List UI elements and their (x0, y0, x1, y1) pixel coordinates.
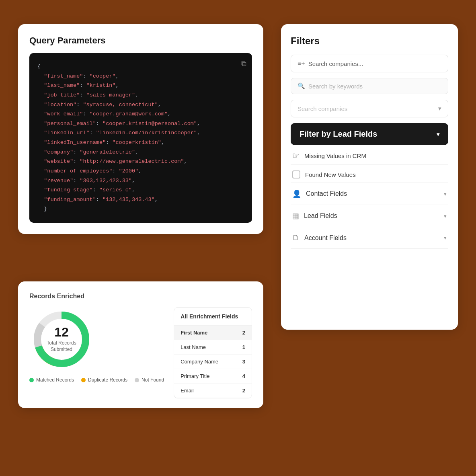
donut-chart: 12 Total RecordsSubmitted (29, 307, 94, 371)
field-label: Last Name (174, 340, 233, 355)
donut-number: 12 (47, 326, 76, 339)
field-label: First Name (174, 326, 233, 340)
contact-fields-left: 👤 Contact Fields (292, 189, 347, 198)
donut-sublabel: Total RecordsSubmitted (47, 340, 76, 353)
legend-dot-duplicate (81, 378, 86, 382)
enrichment-panel-title: All Enrichment Fields (174, 308, 252, 326)
filter-lead-fields-label: Filter by Lead Fields (300, 129, 377, 139)
table-row: Email 2 (174, 384, 252, 398)
search-companies-dropdown[interactable]: Search companies ▾ (291, 100, 448, 117)
records-enriched-card: Records Enriched 12 Total RecordsSubmitt… (18, 281, 263, 408)
legend-dot-matched (29, 378, 34, 382)
contact-fields-label: Contact Fields (306, 190, 347, 197)
found-new-values-checkbox[interactable] (292, 170, 300, 178)
copy-icon[interactable]: ⧉ (241, 58, 246, 71)
lead-fields-left: ▦ Lead Fields (292, 211, 337, 220)
missing-values-row[interactable]: ☞ Missing Values in CRM (291, 145, 448, 165)
filters-panel: Filters ≡+ Search companies... 🔍 Search … (281, 24, 458, 330)
legend-label-not-found: Not Found (142, 377, 164, 383)
field-count: 3 (233, 355, 252, 369)
lead-fields-label: Lead Fields (304, 212, 337, 220)
search-icon: 🔍 (298, 82, 305, 90)
field-label: Primary Title (174, 369, 233, 384)
search-keywords-row: 🔍 Search by keywords (291, 78, 448, 94)
records-content: 12 Total RecordsSubmitted Matched Record… (29, 307, 252, 398)
legend-matched: Matched Records (29, 377, 74, 383)
account-fields-left: 🗋 Account Fields (292, 234, 347, 242)
dropdown-placeholder: Search companies (298, 105, 347, 112)
field-count: 4 (233, 369, 252, 384)
account-fields-section[interactable]: 🗋 Account Fields ▾ (291, 227, 448, 249)
field-label: Email (174, 384, 233, 398)
filters-title: Filters (291, 35, 448, 47)
account-fields-label: Account Fields (304, 234, 347, 242)
code-content: { "first_name": "cooper", "last_name": "… (37, 62, 244, 214)
legend-duplicate: Duplicate Records (81, 377, 127, 383)
chart-legend: Matched Records Duplicate Records Not Fo… (29, 377, 164, 383)
chevron-down-icon: ▾ (438, 105, 441, 112)
field-label: Company Name (174, 355, 233, 369)
donut-center: 12 Total RecordsSubmitted (47, 326, 76, 353)
legend-label-matched: Matched Records (36, 377, 74, 383)
search-companies-button[interactable]: ≡+ Search companies... (291, 55, 448, 72)
enrichment-panel: All Enrichment Fields First Name 2 Last … (174, 307, 252, 398)
search-companies-btn-label: Search companies... (308, 60, 363, 67)
table-row: Last Name 1 (174, 340, 252, 355)
chevron-down-contact: ▾ (444, 191, 447, 197)
person-icon: 👤 (292, 189, 301, 198)
legend-label-duplicate: Duplicate Records (88, 377, 127, 383)
legend-dot-not-found (135, 378, 139, 382)
found-new-values-row[interactable]: Found New Values (291, 165, 448, 183)
chevron-down-account: ▾ (444, 235, 447, 241)
field-count: 1 (233, 340, 252, 355)
search-keywords-placeholder: Search by keywords (308, 83, 363, 90)
lines-icon: ≡+ (298, 60, 305, 67)
chevron-down-icon-tooltip: ▾ (437, 131, 439, 137)
filter-lead-fields-tooltip[interactable]: Filter by Lead Fields ▾ (291, 123, 448, 145)
found-new-values-label: Found New Values (305, 171, 356, 178)
code-block: ⧉ { "first_name": "cooper", "last_name":… (29, 53, 252, 223)
lead-fields-section[interactable]: ▦ Lead Fields ▾ (291, 205, 448, 227)
field-count: 2 (233, 326, 252, 340)
donut-chart-container: 12 Total RecordsSubmitted Matched Record… (29, 307, 164, 383)
document-icon: 🗋 (292, 234, 300, 242)
field-count: 2 (233, 384, 252, 398)
enrichment-table: First Name 2 Last Name 1 Company Name 3 … (174, 326, 252, 398)
records-enriched-title: Records Enriched (29, 293, 252, 300)
contact-fields-section[interactable]: 👤 Contact Fields ▾ (291, 183, 448, 205)
legend-not-found: Not Found (135, 377, 164, 383)
query-parameters-card: Query Parameters ⧉ { "first_name": "coop… (18, 24, 263, 234)
chevron-down-lead: ▾ (444, 213, 447, 219)
query-parameters-title: Query Parameters (29, 35, 252, 46)
table-row: Primary Title 4 (174, 369, 252, 384)
missing-values-label: Missing Values in CRM (304, 152, 366, 159)
table-icon: ▦ (292, 211, 299, 220)
table-row: Company Name 3 (174, 355, 252, 369)
table-row: First Name 2 (174, 326, 252, 340)
cursor-hand-icon: ☞ (292, 151, 300, 160)
